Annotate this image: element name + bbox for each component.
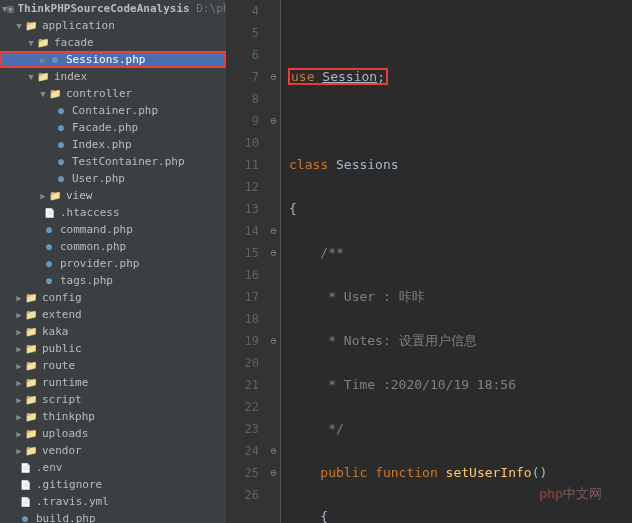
line-number-gutter: 4567891011121314151617181920212223242526 xyxy=(227,0,267,523)
folder-uploads[interactable]: ▶uploads xyxy=(0,425,226,442)
folder-vendor[interactable]: ▶vendor xyxy=(0,442,226,459)
folder-icon xyxy=(24,393,38,407)
project-tree[interactable]: ▼ ThinkPHPSourceCodeAnalysis D:\phpstudy… xyxy=(0,0,227,523)
project-path: D:\phpstudy_pro\WWW\T xyxy=(196,2,227,15)
php-icon xyxy=(42,257,56,271)
folder-icon xyxy=(24,410,38,424)
project-root[interactable]: ▼ ThinkPHPSourceCodeAnalysis D:\phpstudy… xyxy=(0,0,226,17)
watermark: php中文网 xyxy=(539,483,602,505)
folder-thinkphp[interactable]: ▶thinkphp xyxy=(0,408,226,425)
php-icon xyxy=(18,512,32,524)
folder-extend[interactable]: ▶extend xyxy=(0,306,226,323)
php-icon xyxy=(54,104,68,118)
folder-runtime[interactable]: ▶runtime xyxy=(0,374,226,391)
folder-icon xyxy=(48,189,62,203)
folder-icon xyxy=(24,444,38,458)
project-name: ThinkPHPSourceCodeAnalysis xyxy=(17,2,189,15)
file-facade-php[interactable]: Facade.php xyxy=(0,119,226,136)
folder-kaka[interactable]: ▶kaka xyxy=(0,323,226,340)
file-tags-php[interactable]: tags.php xyxy=(0,272,226,289)
file-command-php[interactable]: command.php xyxy=(0,221,226,238)
folder-icon xyxy=(24,308,38,322)
file-icon xyxy=(42,206,56,220)
file-env[interactable]: .env xyxy=(0,459,226,476)
file-common-php[interactable]: common.php xyxy=(0,238,226,255)
folder-config[interactable]: ▶config xyxy=(0,289,226,306)
folder-icon xyxy=(24,427,38,441)
php-icon xyxy=(54,138,68,152)
folder-icon xyxy=(24,325,38,339)
php-icon xyxy=(54,172,68,186)
project-icon xyxy=(7,2,13,16)
folder-application[interactable]: ▼application xyxy=(0,17,226,34)
file-container-php[interactable]: Container.php xyxy=(0,102,226,119)
php-icon xyxy=(54,121,68,135)
folder-facade[interactable]: ▼facade xyxy=(0,34,226,51)
file-icon xyxy=(18,495,32,509)
folder-index[interactable]: ▼index xyxy=(0,68,226,85)
folder-icon xyxy=(24,291,38,305)
php-icon xyxy=(48,53,62,67)
php-icon xyxy=(42,240,56,254)
folder-public[interactable]: ▶public xyxy=(0,340,226,357)
file-build-php[interactable]: build.php xyxy=(0,510,226,523)
php-icon xyxy=(42,223,56,237)
php-icon xyxy=(42,274,56,288)
folder-icon xyxy=(36,70,50,84)
file-user-php[interactable]: User.php xyxy=(0,170,226,187)
file-index-php[interactable]: Index.php xyxy=(0,136,226,153)
file-provider-php[interactable]: provider.php xyxy=(0,255,226,272)
file-htaccess[interactable]: .htaccess xyxy=(0,204,226,221)
code-area[interactable]: use Session; class Sessions { /** * User… xyxy=(281,0,632,523)
folder-script[interactable]: ▶script xyxy=(0,391,226,408)
file-icon xyxy=(18,478,32,492)
file-travis-yml[interactable]: .travis.yml xyxy=(0,493,226,510)
folder-view[interactable]: ▶view xyxy=(0,187,226,204)
file-sessions-php[interactable]: ▶Sessions.php xyxy=(0,51,226,68)
folder-icon xyxy=(24,359,38,373)
folder-icon xyxy=(24,376,38,390)
folder-icon xyxy=(36,36,50,50)
php-icon xyxy=(54,155,68,169)
folder-route[interactable]: ▶route xyxy=(0,357,226,374)
folder-icon xyxy=(48,87,62,101)
fold-gutter[interactable]: ⊖⊖⊖⊖⊖⊖⊖ xyxy=(267,0,281,523)
file-icon xyxy=(18,461,32,475)
file-gitignore[interactable]: .gitignore xyxy=(0,476,226,493)
code-editor[interactable]: 4567891011121314151617181920212223242526… xyxy=(227,0,632,523)
folder-icon xyxy=(24,342,38,356)
folder-icon xyxy=(24,19,38,33)
folder-controller[interactable]: ▼controller xyxy=(0,85,226,102)
file-testcontainer-php[interactable]: TestContainer.php xyxy=(0,153,226,170)
